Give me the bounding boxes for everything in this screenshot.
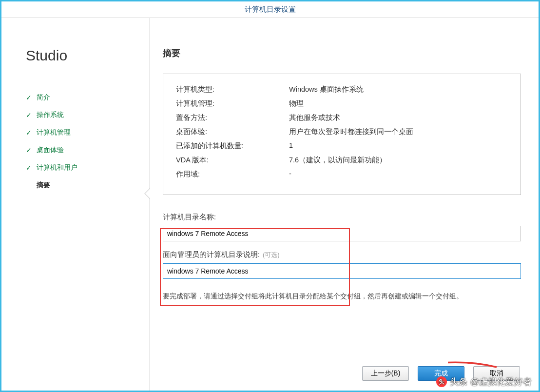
label-text: 计算机目录名称:	[163, 213, 216, 222]
summary-box: 计算机类型:Windows 桌面操作系统 计算机管理:物理 置备方法:其他服务或…	[163, 74, 521, 195]
brand-title: Studio	[26, 47, 135, 64]
summary-value: Windows 桌面操作系统	[289, 85, 508, 94]
summary-value: 1	[289, 141, 508, 151]
sidebar: Studio ✓简介 ✓操作系统 ✓计算机管理 ✓桌面体验 ✓计算机和用户 ✓摘…	[1, 18, 145, 391]
step-label: 计算机和用户	[37, 163, 77, 172]
summary-key: 作用域:	[176, 170, 289, 179]
summary-value: 其他服务或技术	[289, 113, 508, 122]
check-icon: ✓	[26, 129, 32, 137]
step-list: ✓简介 ✓操作系统 ✓计算机管理 ✓桌面体验 ✓计算机和用户 ✓摘要	[26, 93, 135, 190]
check-icon: ✓	[26, 164, 32, 172]
step-machine-management[interactable]: ✓计算机管理	[26, 128, 135, 137]
content-area: Studio ✓简介 ✓操作系统 ✓计算机管理 ✓桌面体验 ✓计算机和用户 ✓摘…	[1, 18, 539, 391]
watermark-logo-icon: 头	[436, 376, 447, 387]
step-label: 操作系统	[37, 111, 64, 119]
summary-row-provisioning: 置备方法:其他服务或技术	[176, 113, 508, 122]
summary-value: 用户在每次登录时都连接到同一个桌面	[289, 127, 508, 137]
step-label: 桌面体验	[37, 146, 64, 155]
summary-value: 物理	[289, 99, 508, 108]
step-pointer-notch	[144, 188, 150, 199]
summary-row-vda-version: VDA 版本:7.6（建议，以访问最新功能）	[176, 156, 508, 165]
summary-key: 计算机类型:	[176, 85, 289, 94]
step-desktop-experience[interactable]: ✓桌面体验	[26, 146, 135, 155]
wizard-window: 计算机目录设置 Studio ✓简介 ✓操作系统 ✓计算机管理 ✓桌面体验 ✓计…	[0, 0, 540, 392]
catalog-description-input[interactable]	[163, 263, 521, 279]
step-summary[interactable]: ✓摘要	[26, 181, 135, 190]
check-icon: ✓	[26, 94, 32, 101]
watermark: 头 头条 @虚拟化爱好者	[436, 376, 532, 388]
deployment-hint: 要完成部署，请通过选择交付组将此计算机目录分配给某个交付组，然后再创建或编辑一个…	[163, 290, 521, 303]
label-text: 面向管理员的计算机目录说明:	[163, 250, 260, 259]
summary-row-machine-type: 计算机类型:Windows 桌面操作系统	[176, 85, 508, 94]
catalog-description-label: 面向管理员的计算机目录说明: (可选)	[163, 250, 521, 259]
summary-value: 7.6（建议，以访问最新功能）	[289, 156, 508, 165]
main-panel: 摘要 计算机类型:Windows 桌面操作系统 计算机管理:物理 置备方法:其他…	[145, 18, 539, 391]
step-label: 计算机管理	[37, 128, 71, 137]
catalog-name-input[interactable]	[163, 226, 521, 241]
check-icon: ✓	[26, 146, 32, 154]
summary-key: 桌面体验:	[176, 127, 289, 137]
summary-key: VDA 版本:	[176, 156, 289, 165]
summary-row-machines-added: 已添加的计算机数量:1	[176, 141, 508, 151]
page-title: 摘要	[163, 47, 521, 59]
summary-row-scope: 作用域:-	[176, 170, 508, 179]
step-label: 摘要	[37, 181, 50, 190]
watermark-prefix: 头条	[450, 376, 467, 388]
step-machines-users[interactable]: ✓计算机和用户	[26, 163, 135, 172]
window-title: 计算机目录设置	[1, 1, 539, 18]
step-label: 简介	[37, 93, 50, 102]
check-icon: ✓	[26, 111, 32, 119]
watermark-handle: @虚拟化爱好者	[470, 376, 532, 388]
optional-hint: (可选)	[263, 251, 280, 259]
summary-row-desktop-experience: 桌面体验:用户在每次登录时都连接到同一个桌面	[176, 127, 508, 137]
summary-key: 已添加的计算机数量:	[176, 141, 289, 151]
step-intro[interactable]: ✓简介	[26, 93, 135, 102]
step-os[interactable]: ✓操作系统	[26, 111, 135, 119]
summary-key: 计算机管理:	[176, 99, 289, 108]
catalog-name-label: 计算机目录名称:	[163, 213, 521, 222]
summary-key: 置备方法:	[176, 113, 289, 122]
summary-value: -	[289, 170, 508, 179]
summary-row-machine-management: 计算机管理:物理	[176, 99, 508, 108]
back-button[interactable]: 上一步(B)	[362, 366, 409, 381]
